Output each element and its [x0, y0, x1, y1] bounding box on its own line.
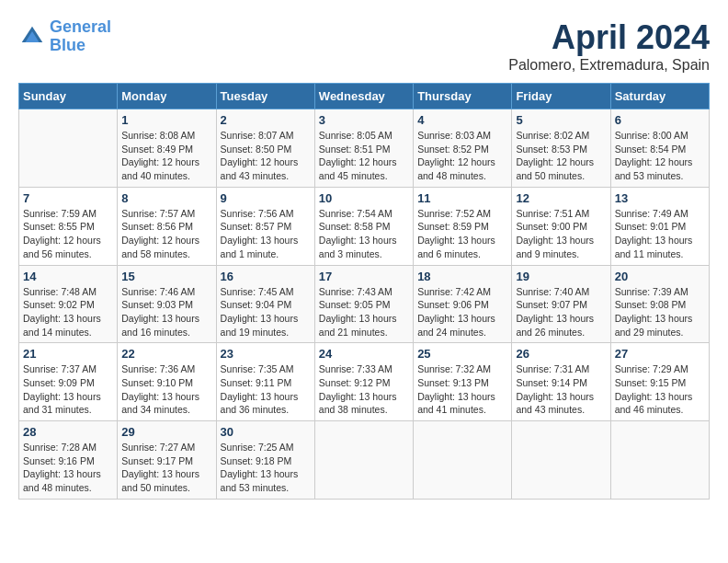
day-info: Sunrise: 7:31 AM Sunset: 9:14 PM Dayligh…: [516, 362, 606, 417]
week-row: 14Sunrise: 7:48 AM Sunset: 9:02 PM Dayli…: [19, 265, 710, 343]
weekday-header: Monday: [118, 84, 216, 109]
calendar-cell: 23Sunrise: 7:35 AM Sunset: 9:11 PM Dayli…: [216, 343, 314, 421]
calendar-cell: 11Sunrise: 7:52 AM Sunset: 8:59 PM Dayli…: [414, 187, 512, 265]
day-info: Sunrise: 7:42 AM Sunset: 9:06 PM Dayligh…: [417, 285, 507, 339]
calendar-cell: 6Sunrise: 8:00 AM Sunset: 8:54 PM Daylig…: [610, 109, 709, 188]
day-number: 17: [319, 270, 409, 283]
day-info: Sunrise: 7:57 AM Sunset: 8:56 PM Dayligh…: [121, 207, 211, 261]
calendar-cell: 13Sunrise: 7:49 AM Sunset: 9:01 PM Dayli…: [610, 187, 709, 265]
title-block: April 2024 Palomero, Extremadura, Spain: [508, 18, 710, 74]
calendar-cell: 21Sunrise: 7:37 AM Sunset: 9:09 PM Dayli…: [19, 343, 118, 421]
calendar-cell: 3Sunrise: 8:05 AM Sunset: 8:51 PM Daylig…: [314, 109, 413, 188]
calendar-cell: 22Sunrise: 7:36 AM Sunset: 9:10 PM Dayli…: [118, 343, 216, 421]
day-info: Sunrise: 8:00 AM Sunset: 8:54 PM Dayligh…: [615, 129, 705, 183]
day-info: Sunrise: 7:29 AM Sunset: 9:15 PM Dayligh…: [615, 362, 705, 417]
calendar-cell: 19Sunrise: 7:40 AM Sunset: 9:07 PM Dayli…: [512, 265, 610, 343]
day-info: Sunrise: 7:27 AM Sunset: 9:17 PM Dayligh…: [121, 441, 211, 495]
weekday-header: Friday: [512, 84, 610, 109]
day-number: 29: [121, 425, 211, 439]
weekday-header: Saturday: [610, 84, 709, 109]
calendar-cell: 24Sunrise: 7:33 AM Sunset: 9:12 PM Dayli…: [314, 343, 413, 421]
calendar-cell: 17Sunrise: 7:43 AM Sunset: 9:05 PM Dayli…: [314, 265, 413, 343]
calendar-cell: 1Sunrise: 8:08 AM Sunset: 8:49 PM Daylig…: [118, 109, 216, 188]
calendar-table: SundayMondayTuesdayWednesdayThursdayFrid…: [18, 83, 710, 500]
page-header: General Blue April 2024 Palomero, Extrem…: [18, 18, 710, 74]
day-number: 6: [615, 113, 705, 127]
day-number: 14: [23, 270, 113, 283]
day-number: 20: [615, 270, 705, 283]
day-info: Sunrise: 8:07 AM Sunset: 8:50 PM Dayligh…: [221, 129, 311, 183]
day-number: 16: [221, 270, 311, 283]
day-number: 24: [319, 347, 409, 361]
day-number: 8: [121, 191, 211, 205]
day-info: Sunrise: 8:08 AM Sunset: 8:49 PM Dayligh…: [121, 129, 211, 183]
calendar-cell: 16Sunrise: 7:45 AM Sunset: 9:04 PM Dayli…: [216, 265, 314, 343]
calendar-cell: [19, 109, 118, 188]
day-number: 28: [23, 425, 113, 439]
weekday-header: Sunday: [19, 84, 118, 109]
day-info: Sunrise: 7:52 AM Sunset: 8:59 PM Dayligh…: [417, 207, 507, 261]
day-number: 22: [121, 347, 211, 361]
day-info: Sunrise: 7:33 AM Sunset: 9:12 PM Dayligh…: [319, 362, 409, 417]
day-number: 13: [615, 191, 705, 205]
day-number: 9: [221, 191, 311, 205]
day-number: 4: [417, 113, 507, 127]
day-number: 18: [417, 270, 507, 283]
weekday-header: Thursday: [414, 84, 512, 109]
day-info: Sunrise: 7:51 AM Sunset: 9:00 PM Dayligh…: [516, 207, 606, 261]
calendar-cell: 29Sunrise: 7:27 AM Sunset: 9:17 PM Dayli…: [118, 421, 216, 500]
calendar-cell: 30Sunrise: 7:25 AM Sunset: 9:18 PM Dayli…: [216, 421, 314, 500]
week-row: 1Sunrise: 8:08 AM Sunset: 8:49 PM Daylig…: [19, 109, 710, 188]
calendar-cell: 10Sunrise: 7:54 AM Sunset: 8:58 PM Dayli…: [314, 187, 413, 265]
calendar-cell: 18Sunrise: 7:42 AM Sunset: 9:06 PM Dayli…: [414, 265, 512, 343]
calendar-cell: 20Sunrise: 7:39 AM Sunset: 9:08 PM Dayli…: [610, 265, 709, 343]
day-number: 21: [23, 347, 113, 361]
day-number: 30: [221, 425, 311, 439]
day-info: Sunrise: 7:49 AM Sunset: 9:01 PM Dayligh…: [615, 207, 705, 261]
week-row: 21Sunrise: 7:37 AM Sunset: 9:09 PM Dayli…: [19, 343, 710, 421]
calendar-cell: 7Sunrise: 7:59 AM Sunset: 8:55 PM Daylig…: [19, 187, 118, 265]
day-number: 12: [516, 191, 606, 205]
calendar-cell: 27Sunrise: 7:29 AM Sunset: 9:15 PM Dayli…: [610, 343, 709, 421]
day-info: Sunrise: 7:36 AM Sunset: 9:10 PM Dayligh…: [121, 362, 211, 417]
day-info: Sunrise: 7:59 AM Sunset: 8:55 PM Dayligh…: [23, 207, 113, 261]
calendar-cell: [414, 421, 512, 500]
day-number: 7: [23, 191, 113, 205]
day-number: 5: [516, 113, 606, 127]
calendar-cell: 4Sunrise: 8:03 AM Sunset: 8:52 PM Daylig…: [414, 109, 512, 188]
day-number: 15: [121, 270, 211, 283]
day-info: Sunrise: 7:43 AM Sunset: 9:05 PM Dayligh…: [319, 285, 409, 339]
day-number: 1: [121, 113, 211, 127]
calendar-cell: [610, 421, 709, 500]
logo-text: General Blue: [50, 18, 111, 55]
day-number: 3: [319, 113, 409, 127]
location-subtitle: Palomero, Extremadura, Spain: [508, 57, 710, 74]
weekday-header: Tuesday: [216, 84, 314, 109]
calendar-cell: 15Sunrise: 7:46 AM Sunset: 9:03 PM Dayli…: [118, 265, 216, 343]
day-number: 27: [615, 347, 705, 361]
calendar-cell: 25Sunrise: 7:32 AM Sunset: 9:13 PM Dayli…: [414, 343, 512, 421]
day-info: Sunrise: 7:45 AM Sunset: 9:04 PM Dayligh…: [221, 285, 311, 339]
day-info: Sunrise: 7:56 AM Sunset: 8:57 PM Dayligh…: [221, 207, 311, 261]
day-number: 26: [516, 347, 606, 361]
day-info: Sunrise: 7:35 AM Sunset: 9:11 PM Dayligh…: [221, 362, 311, 417]
calendar-cell: [512, 421, 610, 500]
calendar-cell: 5Sunrise: 8:02 AM Sunset: 8:53 PM Daylig…: [512, 109, 610, 188]
day-info: Sunrise: 7:54 AM Sunset: 8:58 PM Dayligh…: [319, 207, 409, 261]
day-number: 23: [221, 347, 311, 361]
logo: General Blue: [18, 18, 111, 55]
day-info: Sunrise: 7:37 AM Sunset: 9:09 PM Dayligh…: [23, 362, 113, 417]
day-number: 25: [417, 347, 507, 361]
calendar-cell: 12Sunrise: 7:51 AM Sunset: 9:00 PM Dayli…: [512, 187, 610, 265]
day-info: Sunrise: 7:48 AM Sunset: 9:02 PM Dayligh…: [23, 285, 113, 339]
header-row: SundayMondayTuesdayWednesdayThursdayFrid…: [19, 84, 710, 109]
week-row: 28Sunrise: 7:28 AM Sunset: 9:16 PM Dayli…: [19, 421, 710, 500]
day-info: Sunrise: 7:28 AM Sunset: 9:16 PM Dayligh…: [23, 441, 113, 495]
day-number: 10: [319, 191, 409, 205]
day-info: Sunrise: 8:02 AM Sunset: 8:53 PM Dayligh…: [516, 129, 606, 183]
day-info: Sunrise: 7:32 AM Sunset: 9:13 PM Dayligh…: [417, 362, 507, 417]
day-info: Sunrise: 7:25 AM Sunset: 9:18 PM Dayligh…: [221, 441, 311, 495]
week-row: 7Sunrise: 7:59 AM Sunset: 8:55 PM Daylig…: [19, 187, 710, 265]
day-info: Sunrise: 8:05 AM Sunset: 8:51 PM Dayligh…: [319, 129, 409, 183]
calendar-cell: 2Sunrise: 8:07 AM Sunset: 8:50 PM Daylig…: [216, 109, 314, 188]
